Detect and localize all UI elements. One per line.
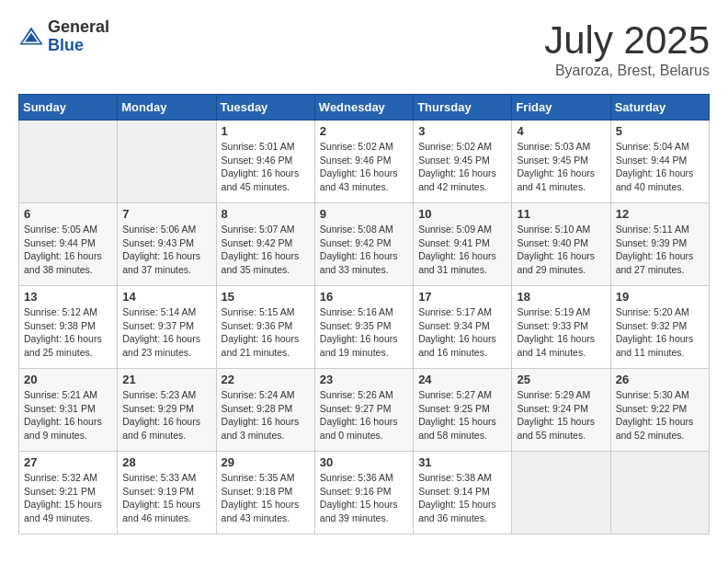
day-info: Sunrise: 5:38 AM Sunset: 9:14 PM Dayligh… (418, 471, 506, 525)
day-number: 13 (24, 290, 112, 304)
day-number: 17 (418, 290, 506, 304)
calendar-day-cell: 8Sunrise: 5:07 AM Sunset: 9:42 PM Daylig… (216, 203, 314, 286)
calendar-day-cell: 26Sunrise: 5:30 AM Sunset: 9:22 PM Dayli… (610, 369, 709, 452)
day-info: Sunrise: 5:10 AM Sunset: 9:40 PM Dayligh… (517, 223, 605, 277)
day-number: 25 (517, 373, 605, 386)
month-title: July 2025 (544, 18, 710, 63)
day-info: Sunrise: 5:09 AM Sunset: 9:41 PM Dayligh… (418, 223, 506, 277)
day-info: Sunrise: 5:03 AM Sunset: 9:45 PM Dayligh… (517, 140, 605, 194)
day-info: Sunrise: 5:08 AM Sunset: 9:42 PM Dayligh… (320, 223, 408, 277)
day-info: Sunrise: 5:29 AM Sunset: 9:24 PM Dayligh… (517, 388, 605, 442)
day-number: 30 (320, 455, 408, 469)
day-info: Sunrise: 5:23 AM Sunset: 9:29 PM Dayligh… (122, 388, 210, 442)
calendar-day-cell: 13Sunrise: 5:12 AM Sunset: 9:38 PM Dayli… (19, 286, 118, 369)
calendar-day-cell: 24Sunrise: 5:27 AM Sunset: 9:25 PM Dayli… (414, 369, 512, 452)
calendar-day-cell: 14Sunrise: 5:14 AM Sunset: 9:37 PM Dayli… (118, 286, 216, 369)
day-number: 10 (418, 207, 506, 221)
day-number: 23 (320, 373, 408, 386)
calendar-day-cell: 19Sunrise: 5:20 AM Sunset: 9:32 PM Dayli… (610, 286, 709, 369)
day-number: 27 (24, 455, 112, 469)
calendar-day-cell: 6Sunrise: 5:05 AM Sunset: 9:44 PM Daylig… (19, 203, 118, 286)
day-info: Sunrise: 5:21 AM Sunset: 9:31 PM Dayligh… (24, 388, 112, 442)
day-of-week-header: Saturday (610, 95, 709, 121)
day-info: Sunrise: 5:01 AM Sunset: 9:46 PM Dayligh… (222, 140, 310, 194)
calendar-day-cell: 4Sunrise: 5:03 AM Sunset: 9:45 PM Daylig… (512, 121, 610, 203)
calendar-table: SundayMondayTuesdayWednesdayThursdayFrid… (18, 94, 710, 534)
page-header: General Blue July 2025 Byaroza, Brest, B… (18, 18, 710, 79)
calendar-day-cell (610, 452, 709, 534)
day-number: 9 (320, 207, 408, 221)
day-number: 31 (418, 455, 506, 469)
calendar-week-row: 27Sunrise: 5:32 AM Sunset: 9:21 PM Dayli… (19, 452, 710, 534)
day-number: 4 (517, 124, 605, 138)
day-info: Sunrise: 5:16 AM Sunset: 9:35 PM Dayligh… (320, 305, 408, 360)
day-info: Sunrise: 5:12 AM Sunset: 9:38 PM Dayligh… (24, 305, 112, 360)
day-number: 29 (222, 455, 310, 469)
day-of-week-header: Wednesday (314, 95, 413, 121)
logo-icon (18, 24, 44, 50)
day-of-week-header: Tuesday (216, 95, 314, 121)
day-info: Sunrise: 5:07 AM Sunset: 9:42 PM Dayligh… (222, 223, 310, 277)
day-number: 22 (222, 373, 310, 386)
calendar-day-cell (512, 452, 610, 534)
calendar-day-cell: 21Sunrise: 5:23 AM Sunset: 9:29 PM Dayli… (118, 369, 216, 452)
calendar-day-cell: 10Sunrise: 5:09 AM Sunset: 9:41 PM Dayli… (414, 203, 512, 286)
day-info: Sunrise: 5:26 AM Sunset: 9:27 PM Dayligh… (320, 388, 408, 442)
day-info: Sunrise: 5:15 AM Sunset: 9:36 PM Dayligh… (222, 305, 310, 360)
day-info: Sunrise: 5:36 AM Sunset: 9:16 PM Dayligh… (320, 471, 408, 525)
day-info: Sunrise: 5:33 AM Sunset: 9:19 PM Dayligh… (122, 471, 210, 525)
calendar-day-cell: 1Sunrise: 5:01 AM Sunset: 9:46 PM Daylig… (216, 121, 314, 203)
day-number: 26 (616, 373, 704, 386)
calendar-day-cell: 12Sunrise: 5:11 AM Sunset: 9:39 PM Dayli… (610, 203, 709, 286)
calendar-day-cell: 7Sunrise: 5:06 AM Sunset: 9:43 PM Daylig… (118, 203, 216, 286)
day-number: 12 (616, 207, 704, 221)
day-info: Sunrise: 5:30 AM Sunset: 9:22 PM Dayligh… (616, 388, 704, 442)
day-number: 24 (418, 373, 506, 386)
calendar-day-cell: 22Sunrise: 5:24 AM Sunset: 9:28 PM Dayli… (216, 369, 314, 452)
day-number: 20 (24, 373, 112, 386)
day-number: 18 (517, 290, 605, 304)
day-info: Sunrise: 5:11 AM Sunset: 9:39 PM Dayligh… (616, 223, 704, 277)
calendar-day-cell: 5Sunrise: 5:04 AM Sunset: 9:44 PM Daylig… (610, 121, 709, 203)
day-info: Sunrise: 5:02 AM Sunset: 9:46 PM Dayligh… (320, 140, 408, 194)
day-number: 28 (122, 455, 210, 469)
day-of-week-header: Sunday (19, 95, 118, 121)
day-info: Sunrise: 5:24 AM Sunset: 9:28 PM Dayligh… (222, 388, 310, 442)
day-info: Sunrise: 5:02 AM Sunset: 9:45 PM Dayligh… (418, 140, 506, 194)
day-number: 11 (517, 207, 605, 221)
title-block: July 2025 Byaroza, Brest, Belarus (544, 18, 710, 79)
logo-blue-text: Blue (48, 37, 109, 55)
calendar-day-cell: 31Sunrise: 5:38 AM Sunset: 9:14 PM Dayli… (414, 452, 512, 534)
day-info: Sunrise: 5:04 AM Sunset: 9:44 PM Dayligh… (616, 140, 704, 194)
location-subtitle: Byaroza, Brest, Belarus (544, 63, 710, 79)
day-info: Sunrise: 5:14 AM Sunset: 9:37 PM Dayligh… (122, 305, 210, 360)
calendar-day-cell: 23Sunrise: 5:26 AM Sunset: 9:27 PM Dayli… (314, 369, 413, 452)
calendar-day-cell: 29Sunrise: 5:35 AM Sunset: 9:18 PM Dayli… (216, 452, 314, 534)
calendar-header-row: SundayMondayTuesdayWednesdayThursdayFrid… (19, 95, 710, 121)
day-of-week-header: Friday (512, 95, 610, 121)
day-number: 16 (320, 290, 408, 304)
calendar-day-cell: 28Sunrise: 5:33 AM Sunset: 9:19 PM Dayli… (118, 452, 216, 534)
day-number: 2 (320, 124, 408, 138)
calendar-day-cell: 18Sunrise: 5:19 AM Sunset: 9:33 PM Dayli… (512, 286, 610, 369)
day-number: 7 (122, 207, 210, 221)
day-number: 19 (616, 290, 704, 304)
calendar-day-cell: 17Sunrise: 5:17 AM Sunset: 9:34 PM Dayli… (414, 286, 512, 369)
calendar-week-row: 1Sunrise: 5:01 AM Sunset: 9:46 PM Daylig… (19, 121, 710, 203)
day-number: 14 (122, 290, 210, 304)
day-info: Sunrise: 5:32 AM Sunset: 9:21 PM Dayligh… (24, 471, 112, 525)
calendar-day-cell: 2Sunrise: 5:02 AM Sunset: 9:46 PM Daylig… (314, 121, 413, 203)
logo-text: General Blue (48, 18, 109, 55)
calendar-week-row: 13Sunrise: 5:12 AM Sunset: 9:38 PM Dayli… (19, 286, 710, 369)
day-number: 15 (222, 290, 310, 304)
calendar-day-cell: 3Sunrise: 5:02 AM Sunset: 9:45 PM Daylig… (414, 121, 512, 203)
day-info: Sunrise: 5:27 AM Sunset: 9:25 PM Dayligh… (418, 388, 506, 442)
calendar-day-cell (19, 121, 118, 203)
day-info: Sunrise: 5:35 AM Sunset: 9:18 PM Dayligh… (222, 471, 310, 525)
logo: General Blue (18, 18, 109, 55)
calendar-week-row: 6Sunrise: 5:05 AM Sunset: 9:44 PM Daylig… (19, 203, 710, 286)
day-number: 1 (222, 124, 310, 138)
day-number: 6 (24, 207, 112, 221)
day-info: Sunrise: 5:06 AM Sunset: 9:43 PM Dayligh… (122, 223, 210, 277)
day-of-week-header: Monday (118, 95, 216, 121)
